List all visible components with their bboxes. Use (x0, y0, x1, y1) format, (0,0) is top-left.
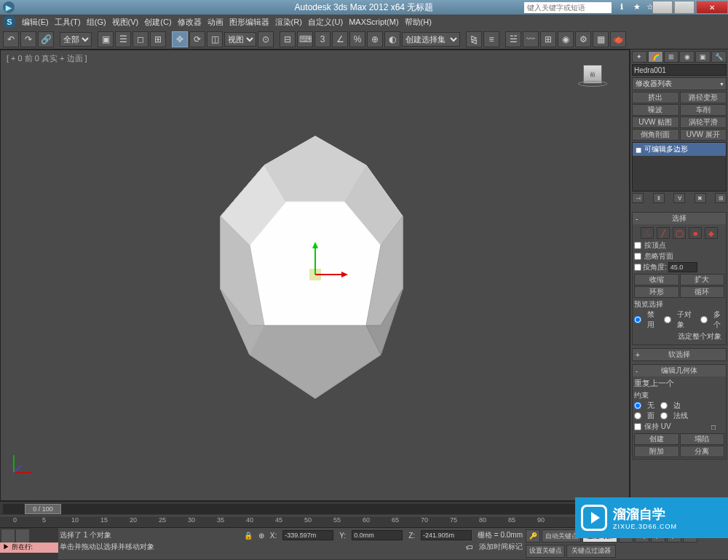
multi-radio[interactable] (700, 316, 708, 323)
schematic-button[interactable]: ⊞ (540, 31, 556, 47)
snap-button[interactable]: 3 (314, 31, 331, 47)
uvwmap-button[interactable]: UVW 贴图 (632, 117, 679, 128)
percent-snap-button[interactable]: % (349, 31, 365, 47)
z-coord-input[interactable] (421, 530, 472, 540)
coord-system-dropdown[interactable]: 视图 (224, 32, 256, 47)
x-coord-input[interactable] (282, 530, 333, 540)
element-mode-icon[interactable]: ◆ (705, 227, 718, 239)
unique-icon[interactable]: ∀ (673, 193, 685, 203)
coord-icon[interactable]: ⊕ (258, 532, 264, 540)
menu-tools[interactable]: 工具(T) (55, 17, 81, 28)
polygon-mode-icon[interactable]: ■ (689, 227, 702, 239)
face-radio[interactable] (634, 412, 641, 419)
loop-button[interactable]: 循环 (680, 286, 725, 298)
menu-render[interactable]: 渲染(R) (275, 17, 302, 28)
menu-customize[interactable]: 自定义(U) (308, 17, 343, 28)
selection-header[interactable]: -选择 (633, 213, 726, 224)
viewport-label[interactable]: [ + 0 前 0 真实 + 边面 ] (7, 53, 87, 64)
preserve-uv-check[interactable] (634, 423, 641, 430)
utilities-tab[interactable]: 🔧 (711, 51, 727, 63)
expand-icon[interactable]: ◼ (636, 146, 641, 154)
pathdeform-button[interactable]: 路径变形 (680, 92, 727, 103)
configure-icon[interactable]: ⊞ (715, 193, 727, 203)
by-vertex-check[interactable] (634, 242, 641, 249)
create-button[interactable]: 创建 (634, 433, 679, 445)
viewport[interactable]: [ + 0 前 0 真实 + 边面 ] 前 (0, 50, 630, 501)
menu-maxscript[interactable]: MAXScript(M) (349, 17, 398, 26)
undo-button[interactable]: ↶ (3, 31, 19, 47)
ignore-backface-check[interactable] (634, 253, 641, 260)
attach-button[interactable]: 附加 (634, 446, 679, 457)
link-button[interactable]: 🔗 (38, 31, 54, 47)
viewcube-ring[interactable] (578, 81, 607, 87)
move-button[interactable]: ✥ (172, 31, 188, 47)
mirror-button[interactable]: ⧎ (466, 31, 482, 47)
hierarchy-tab[interactable]: ⊞ (664, 51, 679, 63)
close-button[interactable]: ✕ (696, 1, 728, 14)
motion-tab[interactable]: ◉ (679, 51, 695, 63)
angle-spinner[interactable] (668, 262, 697, 272)
menu-create[interactable]: 创建(C) (144, 17, 171, 28)
edit-geometry-header[interactable]: -编辑几何体 (633, 365, 726, 376)
render-button[interactable]: 🫖 (610, 31, 626, 47)
pivot-button[interactable]: ⊙ (258, 31, 274, 47)
turbosmooth-button[interactable]: 涡轮平滑 (680, 117, 727, 128)
render-setup-button[interactable]: ⚙ (575, 31, 591, 47)
menu-help[interactable]: 帮助(H) (405, 17, 432, 28)
detach-button[interactable]: 分离 (680, 446, 725, 457)
by-angle-check[interactable] (634, 264, 641, 271)
angle-snap-button[interactable]: ∠ (332, 31, 348, 47)
show-result-icon[interactable]: Ⅱ (653, 193, 665, 203)
shrink-button[interactable]: 收缩 (634, 274, 679, 285)
edged-button[interactable]: ◐ (384, 31, 400, 47)
add-time-tag[interactable]: 添加时间标记 (479, 542, 523, 552)
edge-radio[interactable] (660, 402, 668, 409)
grow-button[interactable]: 扩大 (680, 274, 725, 285)
subobj-radio[interactable] (664, 316, 671, 323)
script-icon[interactable] (1, 529, 15, 543)
filter-dropdown[interactable]: 全部 (60, 32, 92, 47)
modify-tab[interactable]: 🌈 (648, 51, 663, 63)
extrude-button[interactable]: 挤出 (632, 92, 679, 103)
redo-button[interactable]: ↷ (20, 31, 36, 47)
repeat-last-button[interactable]: 重复上一个 (634, 378, 724, 389)
select-rect-button[interactable]: ◻ (132, 31, 149, 47)
selection-set-dropdown[interactable]: 创建选择集 (402, 32, 460, 47)
info-icon[interactable]: ℹ (620, 2, 630, 12)
menu-modifiers[interactable]: 修改器 (178, 17, 202, 28)
menu-animation[interactable]: 动画 (207, 17, 223, 28)
vertex-mode-icon[interactable]: ∴ (641, 227, 654, 239)
window-crossing-button[interactable]: ⊞ (150, 31, 166, 47)
normal-radio[interactable] (660, 412, 668, 419)
rotate-button[interactable]: ⟳ (189, 31, 205, 47)
menu-edit[interactable]: 编辑(E) (22, 17, 49, 28)
ring-button[interactable]: 环形 (634, 286, 679, 298)
noise-button[interactable]: 噪波 (632, 104, 679, 116)
time-tag-icon[interactable]: 🏷 (466, 543, 473, 551)
layers-button[interactable]: ☱ (505, 31, 521, 47)
keyboard-button[interactable]: ⌨ (297, 31, 313, 47)
render-frame-button[interactable]: ▦ (593, 31, 609, 47)
create-tab[interactable]: ✦ (632, 51, 647, 63)
time-handle[interactable]: 0 / 100 (25, 504, 61, 514)
material-button[interactable]: ◉ (558, 31, 574, 47)
key-icon[interactable]: 🔑 (526, 529, 540, 543)
app-menu-icon[interactable]: S (3, 15, 16, 28)
remove-mod-icon[interactable]: ✖ (695, 193, 706, 203)
menu-views[interactable]: 视图(V) (112, 17, 139, 28)
align-button[interactable]: ≡ (483, 31, 499, 47)
viewcube[interactable]: 前 (578, 65, 607, 94)
move-gizmo[interactable] (279, 238, 352, 312)
minimize-button[interactable]: — (652, 1, 673, 14)
keyfilter-button[interactable]: 关键点过滤器 (566, 545, 616, 558)
display-tab[interactable]: ▣ (695, 51, 711, 63)
pin-stack-icon[interactable]: ⊣ (632, 193, 644, 203)
bevelprofile-button[interactable]: 倒角剖面 (632, 129, 679, 141)
none-radio[interactable] (634, 402, 641, 409)
collapse-button[interactable]: 塌陷 (680, 433, 725, 445)
lock-icon[interactable]: 🔒 (244, 532, 253, 540)
manipulate-button[interactable]: ⊟ (280, 31, 296, 47)
spinner-snap-button[interactable]: ⊕ (367, 31, 383, 47)
scale-button[interactable]: ◫ (207, 31, 223, 47)
edge-mode-icon[interactable]: ╱ (657, 227, 670, 239)
